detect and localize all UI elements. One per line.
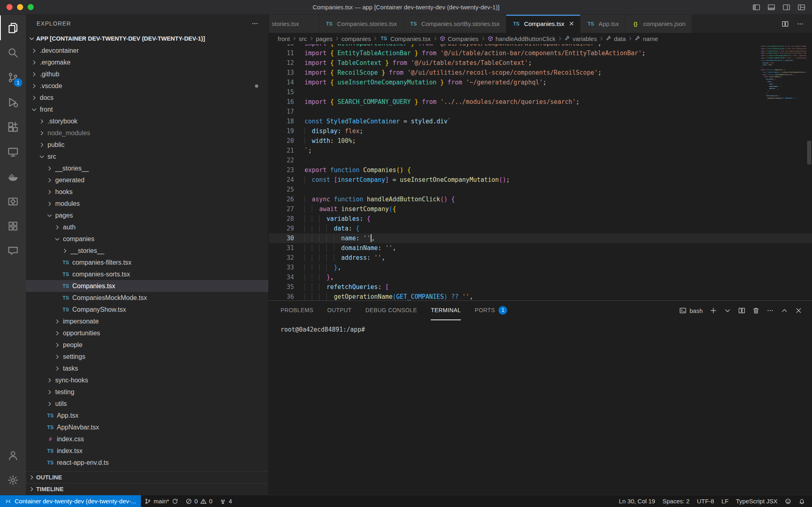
code-line-16[interactable]: 16import { SEARCH_COMPANY_QUERY } from '…: [269, 97, 812, 107]
ports-status[interactable]: 4: [216, 495, 235, 507]
tab-companies-sortby-stories-tsx[interactable]: TSCompanies.sortBy.stories.tsx: [404, 15, 506, 33]
tree-item-companies[interactable]: companies: [26, 233, 268, 245]
tab-stories-tsx[interactable]: stories.tsx: [269, 15, 319, 33]
tree-item-vscode[interactable]: .vscode: [26, 80, 268, 92]
more-actions[interactable]: [767, 307, 774, 314]
kill-terminal[interactable]: [752, 307, 760, 314]
code-line-25[interactable]: 25: [269, 185, 812, 194]
workspace-section-header[interactable]: APP [CONTAINER DEV-TWENTY-DEV (DEV-TWENT…: [26, 32, 268, 45]
code-line-22[interactable]: 22: [269, 155, 812, 165]
tree-item-sync-hooks[interactable]: sync-hooks: [26, 374, 268, 386]
code-line-23[interactable]: 23export function Companies() {: [269, 165, 812, 175]
activity-remote-explorer[interactable]: [0, 139, 26, 164]
more-actions-icon[interactable]: [797, 20, 804, 28]
panel-tab-output[interactable]: OUTPUT: [327, 301, 352, 320]
activity-explorer[interactable]: [0, 15, 26, 40]
problems-status[interactable]: 0 0: [182, 495, 216, 507]
tree-item-companies-sorts-tsx[interactable]: TScompanies-sorts.tsx: [26, 268, 268, 280]
panel-tab-debug-console[interactable]: DEBUG CONSOLE: [365, 301, 417, 320]
breadcrumb-item-companies[interactable]: Companies: [440, 35, 479, 42]
panel-tab-ports[interactable]: PORTS1: [475, 301, 507, 320]
activity-docker[interactable]: [0, 164, 26, 189]
tree-item-opportunities[interactable]: opportunities: [26, 327, 268, 339]
code-line-20[interactable]: 20 width: 100%;: [269, 136, 812, 146]
activity-source-control[interactable]: 1: [0, 65, 26, 90]
activity-run-debug[interactable]: [0, 90, 26, 114]
toggle-secondary-sidebar-icon[interactable]: [782, 3, 790, 11]
toggle-primary-sidebar-icon[interactable]: [752, 3, 760, 11]
panel-tab-terminal[interactable]: TERMINAL: [431, 301, 461, 320]
tree-item-react-app-env-d-ts[interactable]: TSreact-app-env.d.ts: [26, 457, 268, 468]
breadcrumb-item-name[interactable]: name: [635, 35, 658, 42]
close-tab-icon[interactable]: ✕: [569, 21, 574, 27]
terminal[interactable]: root@0a42ecd84891:/app#: [269, 320, 812, 495]
code-line-36[interactable]: 36 getOperationName(GET_COMPANIES) ?? ''…: [269, 292, 812, 300]
code-editor[interactable]: 10import { WithTopBarContainer } from '@…: [269, 44, 812, 300]
tree-item-impersonate[interactable]: impersonate: [26, 315, 268, 327]
activity-extensions[interactable]: [0, 114, 26, 139]
tree-item-auth[interactable]: auth: [26, 221, 268, 233]
cursor-position-status[interactable]: Ln 30, Col 19: [615, 495, 659, 507]
panel-tab-problems[interactable]: PROBLEMS: [281, 301, 313, 320]
scrollbar-thumb[interactable]: [807, 141, 811, 164]
code-line-32[interactable]: 32 address: '',: [269, 253, 812, 263]
code-line-24[interactable]: 24 const [insertCompany] = useInsertOneC…: [269, 175, 812, 185]
tree-item-storybook[interactable]: .storybook: [26, 115, 268, 127]
code-line-34[interactable]: 34 },: [269, 272, 812, 282]
code-line-18[interactable]: 18const StyledTableContainer = styled.di…: [269, 117, 812, 126]
tree-item-src[interactable]: src: [26, 151, 268, 162]
shell-selector[interactable]: bash: [679, 307, 703, 314]
tree-item-node-modules[interactable]: node_modules: [26, 127, 268, 139]
tree-item-generated[interactable]: generated: [26, 174, 268, 186]
activity-test-explorer[interactable]: [0, 214, 26, 238]
code-line-11[interactable]: 11import { EntityTableActionBar } from '…: [269, 48, 812, 58]
new-terminal[interactable]: [710, 307, 717, 314]
code-line-17[interactable]: 17: [269, 107, 812, 117]
feedback-status[interactable]: [781, 495, 795, 507]
language-mode-status[interactable]: TypeScript JSX: [732, 495, 781, 507]
tree-item-tasks[interactable]: tasks: [26, 362, 268, 374]
minimize-window-button[interactable]: [17, 4, 23, 10]
close-panel[interactable]: [795, 307, 802, 314]
encoding-status[interactable]: UTF-8: [693, 495, 718, 507]
breadcrumb-item-companies-tsx[interactable]: TSCompanies.tsx: [380, 35, 430, 42]
customize-layout-icon[interactable]: [797, 3, 806, 11]
code-line-19[interactable]: 19 display: flex;: [269, 126, 812, 136]
breadcrumb-item-data[interactable]: data: [606, 35, 626, 42]
tree-item-docs[interactable]: docs: [26, 92, 268, 104]
tree-item-pages[interactable]: pages: [26, 209, 268, 221]
activity-dev-containers[interactable]: [0, 189, 26, 214]
tab-companies-stories-tsx[interactable]: TSCompanies.stories.tsx: [319, 15, 404, 33]
sidebar-section-timeline[interactable]: TIMELINE: [26, 483, 268, 495]
remote-indicator[interactable]: Container dev-twenty-dev (dev-twenty-dev…: [0, 495, 141, 507]
tree-item-people[interactable]: people: [26, 339, 268, 351]
explorer-more-actions-icon[interactable]: [251, 20, 259, 27]
notifications-status[interactable]: [795, 495, 809, 507]
code-line-12[interactable]: 12import { TableContext } from '@/ui/tab…: [269, 58, 812, 68]
breadcrumb-item-pages[interactable]: pages: [316, 35, 333, 42]
tree-item-app-tsx[interactable]: TSApp.tsx: [26, 410, 268, 421]
tree-item-ergomake[interactable]: .ergomake: [26, 56, 268, 68]
zoom-window-button[interactable]: [28, 4, 34, 10]
indentation-status[interactable]: Spaces: 2: [659, 495, 693, 507]
terminal-dropdown[interactable]: [724, 307, 731, 314]
activity-settings[interactable]: [0, 468, 26, 492]
maximize-panel[interactable]: [781, 307, 788, 314]
split-editor-icon[interactable]: [782, 20, 789, 28]
tree-item-stories[interactable]: __stories__: [26, 245, 268, 257]
tree-item-companyshow-tsx[interactable]: TSCompanyShow.tsx: [26, 304, 268, 315]
code-line-10[interactable]: 10import { WithTopBarContainer } from '@…: [269, 44, 812, 48]
tree-item-utils[interactable]: utils: [26, 398, 268, 410]
breadcrumb-item-src[interactable]: src: [299, 35, 307, 42]
tree-item-companies-tsx[interactable]: TSCompanies.tsx: [26, 280, 268, 292]
tree-item-front[interactable]: front: [26, 104, 268, 115]
tree-item-index-css[interactable]: #index.css: [26, 433, 268, 445]
tree-item-appnavbar-tsx[interactable]: TSAppNavbar.tsx: [26, 421, 268, 433]
code-line-21[interactable]: 21`;: [269, 146, 812, 155]
code-line-30[interactable]: 30 name: '',: [269, 233, 812, 243]
tree-item-devcontainer[interactable]: .devcontainer: [26, 45, 268, 56]
tree-item-public[interactable]: public: [26, 139, 268, 151]
sidebar-section-outline[interactable]: OUTLINE: [26, 471, 268, 483]
tree-item-companiesmockmode-tsx[interactable]: TSCompaniesMockMode.tsx: [26, 292, 268, 304]
branch-status[interactable]: main*: [141, 495, 181, 507]
